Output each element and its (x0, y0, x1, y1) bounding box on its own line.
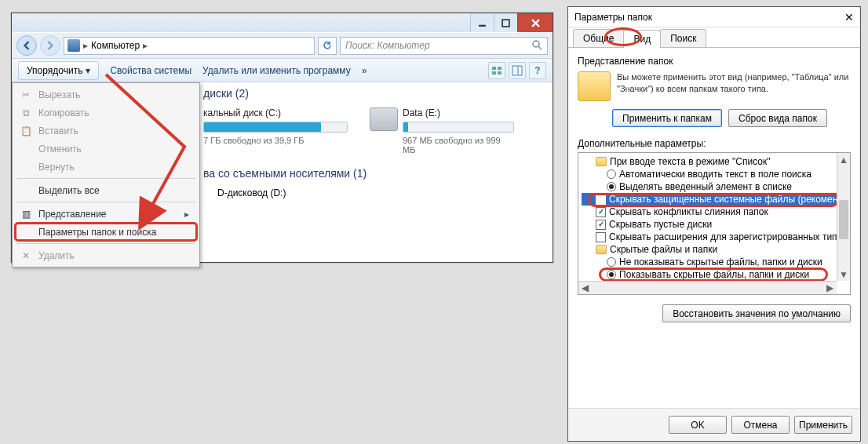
tree-radio-dont-show[interactable]: Не показывать скрытые файлы, папки и дис… (582, 256, 850, 268)
close-button[interactable] (517, 13, 553, 32)
checkbox-icon (596, 232, 606, 242)
breadcrumb[interactable]: ▸ Компьютер ▸ (64, 37, 315, 55)
chevron-right-icon: ▸ (143, 40, 148, 51)
folder-icon (596, 245, 607, 254)
svg-rect-6 (492, 67, 496, 70)
menu-layout[interactable]: ▥Представление (15, 205, 197, 223)
radio-icon (607, 270, 616, 279)
tree-check-hide-ext[interactable]: Скрывать расширения для зарегистрированн… (582, 231, 850, 243)
svg-point-4 (533, 41, 539, 47)
explorer-navbar: ▸ Компьютер ▸ Поиск: Компьютер (12, 32, 553, 59)
tree-group: Скрытые файлы и папки (582, 243, 850, 256)
restore-defaults-button[interactable]: Восстановить значения по умолчанию (662, 304, 851, 322)
tab-general[interactable]: Общие (573, 29, 624, 47)
menu-separator (16, 178, 195, 179)
minimize-button[interactable] (470, 13, 494, 32)
folder-icon (596, 157, 607, 166)
menu-undo[interactable]: Отменить (15, 140, 197, 158)
cut-icon: ✂ (20, 89, 32, 101)
disk-item[interactable]: кальный диск (C:) 7 ГБ свободно из 39,9 … (203, 107, 348, 155)
organize-menu-button[interactable]: Упорядочить ▾ (18, 61, 99, 80)
search-input[interactable]: Поиск: Компьютер (340, 37, 548, 55)
tab-search[interactable]: Поиск (660, 29, 706, 47)
group-folder-view-label: Представление папок (578, 56, 851, 67)
dialog-footer: OK Отмена Применить (568, 408, 860, 441)
tree-check-hide-protected[interactable]: Скрывать защищенные системные файлы (рек… (582, 193, 850, 206)
disk-info: 967 МБ свободно из 999 МБ (403, 136, 514, 155)
breadcrumb-label: Компьютер (91, 40, 140, 51)
search-placeholder: Поиск: Компьютер (345, 40, 430, 51)
advanced-params-label: Дополнительные параметры: (578, 138, 851, 149)
cancel-button[interactable]: Отмена (731, 416, 790, 434)
cd-label: D-дисковод (D:) (217, 187, 286, 198)
ok-button[interactable]: OK (669, 416, 727, 434)
tree-check-hide-empty[interactable]: Скрывать пустые диски (582, 218, 850, 231)
svg-rect-8 (492, 71, 496, 75)
dialog-title: Параметры папок (574, 12, 652, 23)
delete-icon: ✕ (20, 249, 32, 262)
horizontal-scrollbar[interactable]: ◀▶ (578, 281, 837, 294)
menu-separator (16, 202, 195, 202)
hdd-icon (370, 107, 398, 131)
chevron-down-icon: ▾ (86, 65, 90, 76)
scroll-left-icon: ◀ (578, 282, 592, 294)
scroll-up-icon: ▲ (837, 153, 850, 166)
paste-icon: 📋 (20, 125, 32, 137)
disk-usage-bar (403, 122, 514, 133)
toolbar-overflow[interactable]: » (362, 65, 367, 76)
help-button[interactable]: ? (529, 62, 546, 79)
cd-drive-item[interactable]: D-дисковод (D:) (203, 187, 548, 198)
computer-icon (67, 39, 80, 52)
menu-redo[interactable]: Вернуть (15, 158, 197, 176)
apply-to-folders-button[interactable]: Применить к папкам (612, 109, 722, 127)
svg-line-5 (538, 46, 542, 49)
disk-info: 7 ГБ свободно из 39,9 ГБ (203, 136, 348, 145)
menu-cut[interactable]: ✂Вырезать (15, 86, 197, 104)
tab-view[interactable]: Вид (623, 30, 661, 48)
dialog-tabs: Общие Вид Поиск (568, 27, 860, 48)
tree-radio-auto-type[interactable]: Автоматически вводить текст в поле поиск… (582, 168, 850, 180)
dialog-titlebar: Параметры папок ✕ (568, 7, 860, 27)
radio-icon (607, 182, 616, 191)
system-properties-button[interactable]: Свойства системы (110, 65, 191, 76)
menu-select-all[interactable]: Выделить все (15, 181, 197, 199)
checkbox-icon (596, 207, 606, 217)
view-mode-button[interactable] (488, 62, 505, 79)
dialog-close-button[interactable]: ✕ (844, 11, 854, 24)
uninstall-program-button[interactable]: Удалить или изменить программу (202, 65, 351, 76)
maximize-button[interactable] (494, 13, 517, 32)
apply-button[interactable]: Применить (794, 416, 852, 434)
svg-rect-1 (502, 20, 509, 27)
scroll-down-icon: ▼ (837, 267, 850, 281)
menu-paste[interactable]: 📋Вставить (15, 122, 197, 140)
tree-radio-show-hidden[interactable]: Показывать скрытые файлы, папки и диски (582, 268, 850, 281)
nav-forward-button[interactable] (40, 35, 60, 56)
advanced-tree[interactable]: При вводе текста в режиме "Список" Автом… (578, 152, 851, 295)
menu-delete[interactable]: ✕Удалить (15, 246, 197, 264)
scrollbar-thumb[interactable] (839, 200, 848, 239)
folder-options-dialog: Параметры папок ✕ Общие Вид Поиск Предст… (567, 6, 861, 442)
layout-icon: ▥ (20, 208, 32, 220)
section-disks-header: диски (2) (203, 87, 548, 100)
tree-check-hide-merge[interactable]: Скрывать конфликты слияния папок (582, 206, 850, 218)
disk-label: кальный диск (C:) (203, 107, 348, 118)
menu-copy[interactable]: ⧉Копировать (15, 104, 197, 122)
explorer-content: диски (2) кальный диск (C:) 7 ГБ свободн… (203, 87, 548, 257)
section-removable-header: ва со съемными носителями (1) (203, 167, 548, 180)
folder-icon (578, 71, 611, 101)
reset-folders-button[interactable]: Сброс вида папок (728, 109, 827, 127)
explorer-titlebar (12, 13, 553, 32)
folder-view-desc: Вы можете применить этот вид (например, … (617, 71, 851, 101)
vertical-scrollbar[interactable]: ▲▼ (837, 153, 850, 281)
tree-radio-select-typed[interactable]: Выделять введенный элемент в списке (582, 180, 850, 193)
scroll-right-icon: ▶ (823, 282, 837, 294)
refresh-button[interactable] (318, 37, 337, 55)
disk-item[interactable]: Data (E:) 967 МБ свободно из 999 МБ (370, 107, 514, 155)
preview-pane-button[interactable] (509, 62, 526, 79)
chevron-right-icon: ▸ (83, 40, 88, 51)
search-icon (531, 39, 542, 53)
nav-back-button[interactable] (16, 35, 37, 56)
checkbox-icon (596, 195, 606, 205)
explorer-toolbar: Упорядочить ▾ Свойства системы Удалить и… (12, 59, 553, 82)
menu-folder-options[interactable]: Параметры папок и поиска (15, 223, 197, 241)
